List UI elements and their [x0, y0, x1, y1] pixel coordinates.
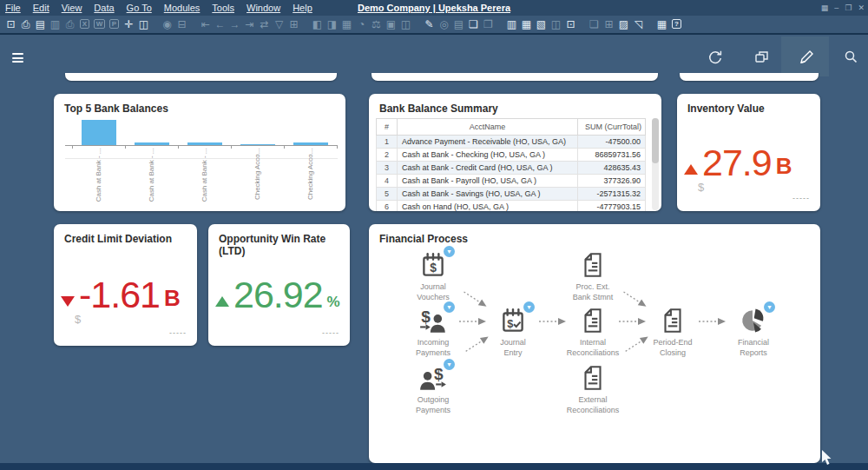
previous-record-icon[interactable]: ←: [213, 17, 227, 31]
chart-bar[interactable]: [82, 120, 116, 145]
refresh-icon[interactable]: [705, 48, 726, 69]
table-scrollbar[interactable]: [652, 118, 659, 210]
process-node-journal-vouchers[interactable]: $ ▼ Journal Vouchers: [403, 250, 464, 302]
node-dropdown-badge[interactable]: ▼: [444, 301, 455, 313]
process-node-external-reconciliations[interactable]: External Reconciliations: [562, 363, 623, 415]
document-settings-icon[interactable]: ▤: [451, 17, 466, 31]
menu-tools[interactable]: Tools: [212, 3, 234, 13]
chart-bar[interactable]: [240, 144, 275, 146]
column-header-num[interactable]: #: [377, 119, 398, 136]
table-row[interactable]: 4Cash at Bank - Payroll (HO, USA, GA )37…: [377, 175, 646, 188]
inventory-value-card[interactable]: Inventory Value 27.9 B $ -----: [677, 94, 820, 211]
lock-table-icon[interactable]: ◫: [136, 17, 151, 31]
menu-go-to[interactable]: Go To: [127, 3, 152, 13]
print-icon[interactable]: ⎙: [18, 17, 33, 31]
goto-record-icon[interactable]: ⊟: [174, 17, 189, 31]
restore-icon[interactable]: ❐: [845, 4, 852, 12]
draft-documents-icon[interactable]: ❏: [587, 17, 602, 31]
menu-edit[interactable]: Edit: [33, 3, 49, 13]
help-icon[interactable]: ?: [669, 17, 684, 31]
send-document-icon[interactable]: ▥: [48, 17, 62, 31]
filter-table-icon[interactable]: ▽: [272, 17, 286, 31]
edit-form-ui-icon[interactable]: ◹: [631, 17, 646, 31]
move-icon[interactable]: ✛: [122, 17, 136, 31]
bank-balance-summary-card[interactable]: Bank Balance Summary # AcctName SUM (Cur…: [369, 94, 661, 211]
chart-bar[interactable]: [135, 142, 169, 145]
node-dropdown-badge[interactable]: ▼: [764, 301, 775, 313]
find-icon[interactable]: ⊡: [3, 17, 18, 31]
grid-settings-icon[interactable]: ⊞: [602, 17, 616, 31]
process-node-incoming-payments[interactable]: $ ▼ Incoming Payments: [403, 306, 464, 358]
layout-grid-icon[interactable]: ▦: [821, 4, 829, 12]
credit-limit-deviation-card[interactable]: Credit Limit Deviation -1.61 B $ -----: [54, 224, 197, 346]
form-settings-icon[interactable]: ▦: [339, 17, 354, 31]
close-icon[interactable]: ✕: [858, 4, 865, 12]
table-row[interactable]: 5Cash at Bank - Savings (HO, USA, GA )-2…: [377, 188, 646, 201]
column-header-sum[interactable]: SUM (CurrTotal): [578, 119, 646, 136]
financial-process-card[interactable]: Financial Process $ ▼ Journal Vouchers P…: [369, 224, 820, 463]
process-node-journal-entry[interactable]: $ ▼ Journal Entry: [483, 306, 543, 358]
last-data-refresh-icon[interactable]: ◎: [437, 17, 451, 31]
user-defaults-icon[interactable]: ⊡: [563, 17, 578, 31]
process-node-financial-reports[interactable]: ▼ Financial Reports: [723, 306, 784, 358]
org-chart-icon[interactable]: ◫: [549, 17, 563, 31]
export-excel-icon[interactable]: X: [77, 17, 92, 31]
node-dropdown-badge[interactable]: ▼: [444, 246, 455, 257]
column-header-acctname[interactable]: AcctName: [398, 119, 578, 136]
menu-data[interactable]: Data: [94, 3, 114, 13]
chart-bar[interactable]: [187, 142, 222, 145]
duplicate-row-icon[interactable]: ◨: [325, 17, 339, 31]
print-preview-icon[interactable]: ▤: [33, 17, 48, 31]
edit-dashboard-icon[interactable]: [796, 48, 817, 69]
menu-window[interactable]: Window: [247, 3, 280, 13]
top5-bank-balances-card[interactable]: Top 5 Bank Balances Cash at Bank - ...Ca…: [54, 94, 345, 211]
search-records-icon[interactable]: ◉: [160, 17, 174, 31]
trend-up-icon: [684, 164, 698, 175]
printer-settings-icon[interactable]: ⎙: [62, 17, 77, 31]
sort-table-icon[interactable]: ⊞: [286, 17, 301, 31]
bank-balance-table: # AcctName SUM (CurrTotal) 1Advance Paym…: [376, 118, 646, 211]
edit-mode-icon[interactable]: ✎: [422, 17, 437, 31]
first-record-icon[interactable]: ⇤: [198, 17, 213, 31]
alerts-icon[interactable]: ❐: [481, 17, 496, 31]
journal-entry-icon[interactable]: ▥: [504, 17, 519, 31]
menu-view[interactable]: View: [62, 3, 82, 13]
main-toolbar: ⊡⎙▤▥⎙XWP✛◫◉⊟⇤←→⇥⇄▽⊞◧◨▦◔⚖▣◫✎◎▤❏❐▥▦▧◫⊡❏⊞▨◹…: [0, 16, 868, 35]
menu-file[interactable]: File: [5, 3, 21, 13]
node-dropdown-badge[interactable]: ▼: [523, 301, 535, 313]
minimize-icon[interactable]: –: [834, 4, 838, 12]
target-document-icon[interactable]: ◫: [398, 17, 413, 31]
chart-bar[interactable]: [293, 142, 328, 145]
opportunity-win-rate-card[interactable]: Opportunity Win Rate (LTD) 26.92 % -----: [208, 224, 350, 346]
process-node-period-end-closing[interactable]: Period-End Closing: [642, 306, 703, 358]
add-row-icon[interactable]: ◧: [310, 17, 325, 31]
kpi-unit: %: [327, 294, 340, 311]
process-node-internal-reconciliations[interactable]: Internal Reconciliations: [562, 306, 623, 358]
export-word-icon[interactable]: W: [92, 17, 107, 31]
process-node-proc-ext-bank-stmnt[interactable]: Proc. Ext. Bank Stmnt: [562, 250, 623, 302]
export-pdf-icon[interactable]: P: [107, 17, 122, 31]
messages-icon[interactable]: ❏: [466, 17, 481, 31]
next-record-icon[interactable]: →: [227, 17, 242, 31]
analytics-icon[interactable]: ▨: [616, 17, 631, 31]
transaction-icon[interactable]: ▦: [519, 17, 534, 31]
table-row[interactable]: 6Cash on Hand (HO, USA, GA )-4777903.15: [377, 201, 646, 212]
refresh-record-icon[interactable]: ⇄: [257, 17, 272, 31]
process-node-outgoing-payments[interactable]: $ ▼ Outgoing Payments: [403, 363, 464, 415]
node-dropdown-badge[interactable]: ▼: [444, 359, 455, 370]
table-row[interactable]: 2Cash at Bank - Checking (HO, USA, GA )8…: [377, 149, 646, 162]
table-row[interactable]: 3Cash at Bank - Credit Card (HO, USA, GA…: [377, 162, 646, 175]
menu-help[interactable]: Help: [293, 3, 312, 13]
calculator-icon[interactable]: ▦: [654, 17, 669, 31]
document-journal-icon[interactable]: ▧: [534, 17, 549, 31]
hamburger-menu-icon[interactable]: [12, 53, 23, 63]
base-document-icon[interactable]: ▣: [384, 17, 398, 31]
payment-means-icon[interactable]: ◔: [354, 17, 369, 31]
restore-widgets-icon[interactable]: [752, 48, 773, 69]
volume-weight-icon[interactable]: ⚖: [369, 17, 384, 31]
process-node-label: Incoming Payments: [403, 338, 464, 358]
menu-modules[interactable]: Modules: [164, 3, 201, 13]
table-row[interactable]: 1Advance Payment - Receivable (HO, USA, …: [377, 136, 646, 149]
last-record-icon[interactable]: ⇥: [242, 17, 257, 31]
search-icon[interactable]: [840, 48, 861, 69]
